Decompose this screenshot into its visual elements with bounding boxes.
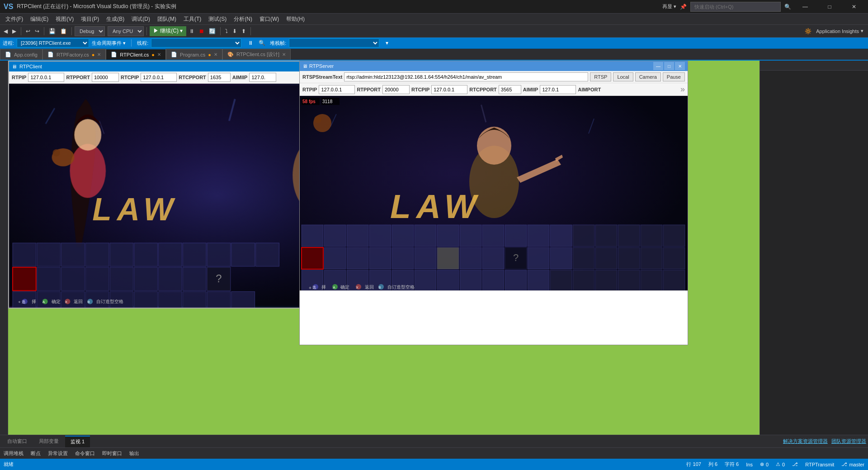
back-button[interactable]: ◀ — [2, 26, 9, 36]
bt-immediate[interactable]: 即时窗口 — [102, 450, 122, 457]
menu-team[interactable]: 团队(M) — [154, 14, 180, 25]
menu-help[interactable]: 帮助(H) — [283, 14, 308, 25]
expand-icon[interactable]: » — [680, 85, 685, 94]
maximize-button[interactable]: □ — [819, 0, 840, 14]
tab-icon-app-config: 📄 — [5, 52, 11, 57]
debug-btn-1[interactable]: ⏸ — [246, 38, 255, 48]
menu-file[interactable]: 文件(F) — [2, 14, 27, 25]
branch-name: master — [849, 462, 864, 467]
tab-close-program[interactable]: ✕ — [214, 52, 217, 57]
error-icon: ⊗ — [760, 461, 764, 467]
tab-rtpclient-design[interactable]: 🎨 RTPClient.cs [设计] ✕ — [222, 49, 291, 60]
rtpip-input[interactable] — [28, 73, 64, 82]
solution-explorer-link[interactable]: 解决方案资源管理器 — [783, 438, 828, 445]
aimiip-input[interactable] — [249, 73, 276, 82]
restart-button[interactable]: 🔄 — [207, 26, 217, 36]
tab-program-cs[interactable]: 📄 Program.cs ● ✕ — [166, 49, 222, 60]
redo-button[interactable]: ↪ — [33, 26, 41, 36]
tab-rtpfactory[interactable]: 📄 RTPFactory.cs ● ✕ — [42, 49, 106, 60]
svg-rect-100 — [550, 247, 572, 269]
pause-button[interactable]: Pause — [663, 72, 685, 81]
menu-debug[interactable]: 调试(D) — [128, 14, 154, 25]
svg-rect-119 — [595, 270, 617, 290]
tab-rtpclient-cs[interactable]: 📄 RTPClient.cs ● ✕ — [106, 49, 166, 60]
bt-breakpoints[interactable]: 断点 — [31, 450, 41, 457]
srv-rtcpip-input[interactable] — [431, 85, 467, 94]
srv-rtcpport-input[interactable] — [499, 85, 521, 94]
forward-button[interactable]: ▶ — [10, 26, 18, 36]
svg-rect-113 — [460, 270, 481, 290]
tab-close-rtpfactory[interactable]: ✕ — [97, 52, 101, 57]
game-scene-svg-right: 58 fps 3118 — [300, 96, 688, 290]
aimiip-label: AIMIIP — [232, 75, 248, 80]
process-select[interactable]: [23096] RTPClient.exe — [17, 38, 89, 47]
application-insights-button[interactable]: Application Insights ▾ — [813, 26, 866, 36]
srv-rtpport-input[interactable] — [382, 85, 410, 94]
svg-rect-40 — [134, 292, 158, 308]
tab-watch-1[interactable]: 监视 1 — [65, 436, 90, 447]
menu-window[interactable]: 窗口(W) — [256, 14, 283, 25]
error-count: 0 — [766, 462, 769, 467]
menu-view[interactable]: 视图(V) — [52, 14, 77, 25]
stackframe-select[interactable] — [289, 38, 379, 47]
step-out-button[interactable]: ⬆ — [240, 26, 248, 36]
camera-button[interactable]: Camera — [635, 72, 661, 81]
quick-launch-input[interactable] — [690, 2, 781, 12]
srv-aimiip-input[interactable] — [540, 85, 576, 94]
save-button[interactable]: 💾 — [47, 26, 57, 36]
rtsp-button[interactable]: RTSP — [590, 72, 611, 81]
debug-btn-2[interactable]: 🔍 — [257, 38, 267, 48]
svg-text:+: + — [18, 299, 21, 304]
svg-point-69 — [477, 127, 511, 165]
svg-rect-80 — [505, 225, 527, 247]
stop-button[interactable]: ⏹ — [197, 26, 206, 36]
pause-button[interactable]: ⏸ — [187, 26, 196, 36]
modified-dot-1: ● — [92, 52, 95, 57]
cpu-select[interactable]: Any CPU — [108, 26, 144, 36]
lifecycle-label[interactable]: 生命周期事件 ▾ — [92, 40, 126, 47]
stream-url-input[interactable] — [344, 72, 588, 81]
rtpserver-maximize[interactable]: □ — [664, 62, 674, 70]
rtcpport-input[interactable] — [208, 73, 231, 82]
menu-project[interactable]: 项目(P) — [77, 14, 103, 25]
svg-rect-83 — [573, 225, 594, 247]
rtpserver-titlebar: 🖥 RTPServer — □ ✕ — [300, 61, 688, 71]
menu-tools[interactable]: 工具(T) — [180, 14, 205, 25]
save-all-button[interactable]: 📋 — [58, 26, 69, 36]
menu-edit[interactable]: 编辑(E) — [27, 14, 52, 25]
svg-rect-36 — [37, 292, 61, 308]
srv-rtpip-input[interactable] — [319, 85, 355, 94]
step-into-button[interactable]: ⬇ — [231, 26, 239, 36]
rtpport-input[interactable] — [92, 73, 119, 82]
thread-select[interactable] — [151, 38, 241, 47]
step-over-button[interactable]: ⤵ — [223, 26, 230, 36]
bt-exceptions[interactable]: 异常设置 — [48, 450, 68, 457]
tab-close-design[interactable]: ✕ — [282, 52, 286, 57]
menu-build[interactable]: 生成(B) — [103, 14, 128, 25]
tab-close-rtpclient[interactable]: ✕ — [157, 52, 161, 57]
rtpserver-close[interactable]: ✕ — [675, 62, 685, 70]
bt-command[interactable]: 命令窗口 — [75, 450, 95, 457]
menu-test[interactable]: 测试(S) — [205, 14, 230, 25]
undo-button[interactable]: ↩ — [24, 26, 32, 36]
continue-button[interactable]: ▶ 继续(C) ▾ — [150, 26, 186, 36]
tab-auto-window[interactable]: 自动窗口 — [2, 436, 33, 447]
tab-locals[interactable]: 局部变量 — [33, 436, 64, 447]
rerun-label[interactable]: 再显 ▾ — [662, 3, 676, 10]
bt-callstack[interactable]: 调用堆栈 — [4, 450, 24, 457]
rtpserver-minimize[interactable]: — — [653, 62, 663, 70]
local-button[interactable]: Local — [613, 72, 633, 81]
tab-app-config[interactable]: 📄 App.config — [0, 49, 42, 60]
rtcpip-input[interactable] — [141, 73, 177, 82]
debug-down-btn[interactable]: ▾ — [384, 38, 390, 48]
svg-rect-14 — [13, 243, 36, 266]
rtpclient-icon: 🖥 — [12, 64, 17, 69]
close-button[interactable]: ✕ — [844, 0, 864, 14]
menu-analyze[interactable]: 分析(N) — [230, 14, 256, 25]
team-explorer-link[interactable]: 团队资源管理器 — [831, 438, 866, 445]
debug-mode-select[interactable]: Debug — [75, 26, 105, 36]
srv-rtcpport-label: RTCPPORT — [469, 87, 497, 92]
minimize-button[interactable]: — — [795, 0, 816, 14]
bt-output[interactable]: 输出 — [129, 450, 139, 457]
tab-icon-rtpclient: 📄 — [111, 52, 117, 57]
